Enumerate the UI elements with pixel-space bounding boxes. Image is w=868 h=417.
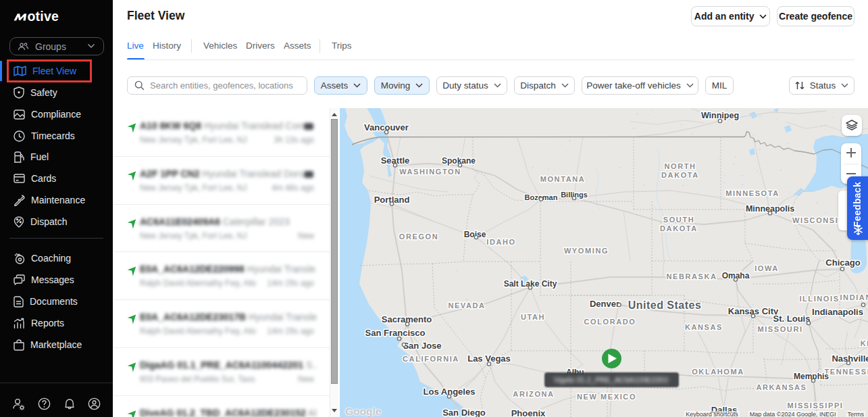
svg-text:CALIFORNIA: CALIFORNIA	[403, 355, 459, 363]
svg-text:NEW MEXICO: NEW MEXICO	[577, 393, 636, 401]
svg-text:INDIANA: INDIANA	[840, 293, 868, 301]
svg-text:United States: United States	[628, 299, 702, 311]
svg-text:KE: KE	[861, 339, 868, 347]
svg-text:KANSAS: KANSAS	[685, 323, 723, 331]
svg-text:WASHINGTON: WASHINGTON	[399, 168, 461, 176]
svg-text:MISSISSIPPI: MISSISSIPPI	[787, 401, 843, 410]
svg-text:ARIZONA: ARIZONA	[513, 390, 554, 398]
svg-text:OKLAHOMA: OKLAHOMA	[692, 368, 744, 376]
svg-text:Phoenix: Phoenix	[511, 408, 546, 417]
svg-text:DAKOTA: DAKOTA	[660, 224, 698, 232]
svg-text:otive: otive	[28, 9, 59, 24]
svg-text:TENNESSEE: TENNESSEE	[824, 368, 868, 376]
svg-text:ILLINOIS: ILLINOIS	[799, 295, 839, 303]
svg-text:DAKOTA: DAKOTA	[661, 171, 699, 179]
svg-text:UTAH: UTAH	[521, 313, 545, 321]
svg-text:IDAHO: IDAHO	[486, 238, 515, 246]
svg-text:San Jose: San Jose	[403, 341, 441, 351]
svg-text:San Diego: San Diego	[442, 408, 486, 417]
svg-text:Denver: Denver	[590, 299, 619, 309]
svg-text:NEBRASKA: NEBRASKA	[666, 272, 717, 280]
svg-text:WYOMING: WYOMING	[564, 247, 609, 255]
svg-text:San Francisco: San Francisco	[365, 328, 426, 338]
svg-text:IOWA: IOWA	[755, 264, 779, 272]
svg-text:MONTANA: MONTANA	[540, 175, 586, 183]
svg-text:ARKANSAS: ARKANSAS	[756, 383, 807, 391]
svg-text:COLORADO: COLORADO	[584, 318, 636, 326]
svg-text:OREGON: OREGON	[399, 232, 439, 241]
svg-text:NEVADA: NEVADA	[448, 301, 485, 310]
svg-text:St. Louis: St. Louis	[773, 314, 811, 324]
svg-text:MINNESOTA: MINNESOTA	[725, 189, 780, 197]
svg-text:SOUTH: SOUTH	[663, 216, 695, 224]
svg-text:Chicago: Chicago	[825, 257, 860, 268]
svg-text:NORTH: NORTH	[664, 162, 696, 170]
svg-text:WISCONSIN: WISCONSIN	[792, 216, 845, 224]
svg-text:MISSOURI: MISSOURI	[757, 325, 802, 333]
svg-text:Indianapolis: Indianapolis	[812, 307, 863, 317]
